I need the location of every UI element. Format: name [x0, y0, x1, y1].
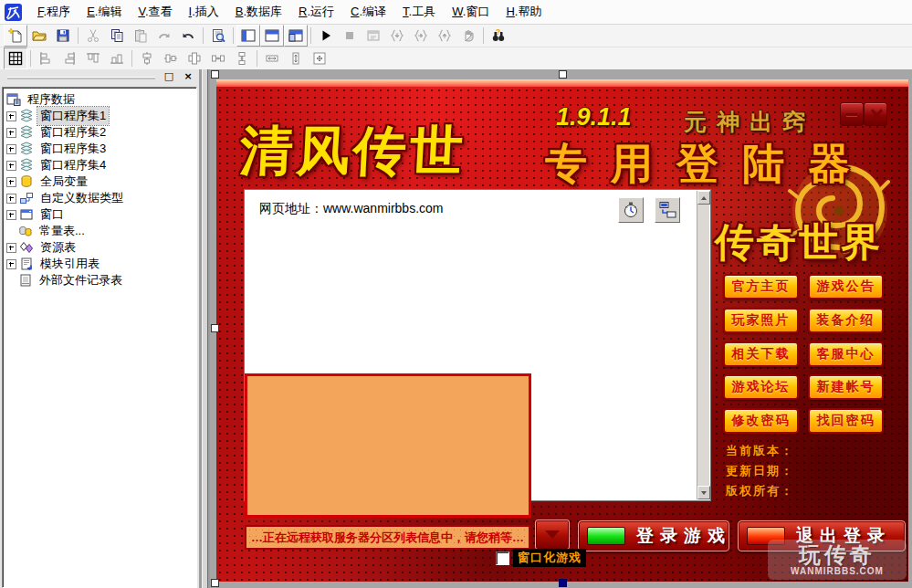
undo-button[interactable]: [176, 25, 200, 47]
step-out-button[interactable]: [433, 25, 456, 47]
find-preview-button[interactable]: [206, 25, 230, 47]
break-button[interactable]: [456, 25, 480, 47]
selection-handle-top-center[interactable]: [559, 70, 567, 79]
menu-item-edit[interactable]: E.编辑: [79, 1, 130, 23]
expand-icon[interactable]: [6, 111, 16, 121]
version-text: 1.9.1.1: [556, 103, 632, 131]
menu-item-database[interactable]: B.数据库: [227, 1, 290, 23]
nav-button-recover-password[interactable]: 找回密码: [808, 408, 884, 434]
panel-close-button[interactable]: ×: [180, 70, 196, 85]
tree-item-window-program-set-2[interactable]: 窗口程序集2: [5, 124, 196, 141]
layout-left-button[interactable]: [236, 25, 260, 47]
scroll-up-button[interactable]: [697, 191, 710, 205]
nav-button-change-password[interactable]: 修改密码: [723, 408, 799, 434]
run-button[interactable]: [314, 25, 338, 47]
selection-handle-bottom-center[interactable]: [559, 579, 567, 587]
server-dropdown-button[interactable]: [535, 520, 570, 550]
status-marquee[interactable]: …正在远程获取服务器分区列表信息中，请您稍等…: [245, 525, 530, 550]
step-into-button[interactable]: [385, 25, 409, 47]
new-file-button[interactable]: [4, 25, 27, 47]
menu-item-window[interactable]: W.窗口: [444, 1, 498, 23]
windowed-checkbox[interactable]: [496, 551, 509, 565]
tree-item-custom-data-types[interactable]: 自定义数据类型: [5, 190, 196, 206]
expand-icon[interactable]: [6, 210, 16, 220]
layout-grid-button[interactable]: [284, 25, 308, 47]
nav-button-game-news[interactable]: 游戏公告: [808, 274, 884, 299]
snap-grid-button[interactable]: [4, 47, 27, 69]
expand-icon[interactable]: [6, 243, 16, 253]
nav-button-official-home[interactable]: 官方主页: [723, 274, 799, 299]
menu-item-program[interactable]: F.程序: [29, 1, 79, 23]
menu-item-help[interactable]: H.帮助: [498, 1, 550, 23]
tree-item-global-variables[interactable]: 全局变量: [5, 173, 196, 190]
save-button[interactable]: [51, 25, 75, 47]
tree-item-window-program-set-4[interactable]: 窗口程序集4: [5, 157, 196, 173]
expand-icon[interactable]: [6, 128, 16, 138]
login-game-button[interactable]: 登录游戏: [578, 520, 729, 551]
nav-button-downloads[interactable]: 相关下载: [723, 341, 799, 367]
tree-item-constant-table[interactable]: 常量表...: [5, 223, 196, 239]
menu-item-insert[interactable]: I.插入: [181, 1, 227, 23]
space-equal-down-button[interactable]: [230, 47, 254, 69]
align-right-edges-button[interactable]: [58, 47, 81, 69]
nav-button-new-account[interactable]: 新建帐号: [808, 374, 884, 400]
expand-icon[interactable]: [6, 194, 16, 204]
panel-gripper[interactable]: [7, 77, 155, 79]
menu-item-view[interactable]: V.查看: [130, 1, 180, 23]
nav-button-equipment-intro[interactable]: 装备介绍: [808, 308, 884, 333]
align-left-edges-button[interactable]: [34, 47, 58, 69]
launcher-form[interactable]: 清风传世 1.9.1.1 元神出窍 专用登陆器 传奇世界 网页地址：www.wa…: [216, 79, 908, 582]
step-over-button[interactable]: [409, 25, 433, 47]
redo-button[interactable]: [152, 25, 176, 47]
selection-handle-top-left[interactable]: [211, 70, 219, 79]
tree-item-window[interactable]: 窗口: [5, 206, 196, 223]
align-bottom-edges-button[interactable]: [105, 47, 129, 69]
form-designer-workspace[interactable]: 清风传世 1.9.1.1 元神出窍 专用登陆器 传奇世界 网页地址：www.wa…: [210, 69, 912, 588]
open-file-button[interactable]: [27, 25, 51, 47]
center-vertical-button[interactable]: [159, 47, 183, 69]
network-component[interactable]: [655, 197, 680, 223]
space-equal-across-button[interactable]: [206, 47, 230, 69]
nav-button-support-center[interactable]: 客服中心: [808, 341, 884, 367]
expand-icon[interactable]: [6, 161, 16, 171]
same-size-button[interactable]: [308, 47, 331, 69]
tree-item-window-program-set-1[interactable]: 窗口程序集1: [5, 108, 196, 124]
nav-button-player-photos[interactable]: 玩家照片: [723, 308, 799, 333]
same-width-button[interactable]: [260, 47, 284, 69]
scroll-down-button[interactable]: [697, 486, 710, 499]
align-top-edges-button[interactable]: [81, 47, 105, 69]
expand-icon[interactable]: [6, 259, 16, 269]
menu-item-run[interactable]: R.运行: [290, 1, 342, 23]
dock-splitter[interactable]: [199, 69, 210, 588]
cut-button[interactable]: [81, 25, 105, 47]
nav-button-game-forum[interactable]: 游戏论坛: [723, 374, 799, 400]
timer-component[interactable]: [618, 197, 644, 223]
web-panel-scrollbar[interactable]: [697, 191, 709, 499]
align-middle-button[interactable]: [183, 47, 206, 69]
server-list-box[interactable]: [245, 373, 531, 518]
menu-item-compile[interactable]: C.编译: [342, 1, 394, 23]
same-height-button[interactable]: [284, 47, 308, 69]
project-panel-header[interactable]: □ ×: [0, 69, 199, 86]
layout-top-button[interactable]: [260, 25, 284, 47]
expand-icon[interactable]: [6, 177, 16, 187]
debug-window-button[interactable]: [362, 25, 385, 47]
tree-root-program-data[interactable]: 程序数据: [5, 91, 196, 108]
expand-icon[interactable]: [6, 144, 16, 154]
tree-item-external-file-table[interactable]: 外部文件记录表: [5, 272, 196, 289]
help-find-button[interactable]: ?: [487, 25, 510, 47]
selection-handle-middle-left[interactable]: [211, 324, 219, 332]
form-close-button[interactable]: [864, 102, 887, 126]
panel-maximize-button[interactable]: □: [161, 70, 177, 85]
tree-item-module-reference-table[interactable]: 模块引用表: [5, 256, 196, 272]
copy-button[interactable]: [105, 25, 129, 47]
project-tree[interactable]: 程序数据 窗口程序集1 窗口程序集2: [2, 87, 197, 588]
center-horizontal-button[interactable]: [135, 47, 159, 69]
stop-button[interactable]: [338, 25, 362, 47]
paste-button[interactable]: [129, 25, 152, 47]
selection-handle-bottom-left[interactable]: [211, 579, 219, 587]
tree-item-window-program-set-3[interactable]: 窗口程序集3: [5, 141, 196, 157]
tree-item-resource-table[interactable]: 资源表: [5, 239, 196, 256]
form-minimize-button[interactable]: [840, 102, 864, 126]
menu-item-tools[interactable]: T.工具: [394, 1, 444, 23]
